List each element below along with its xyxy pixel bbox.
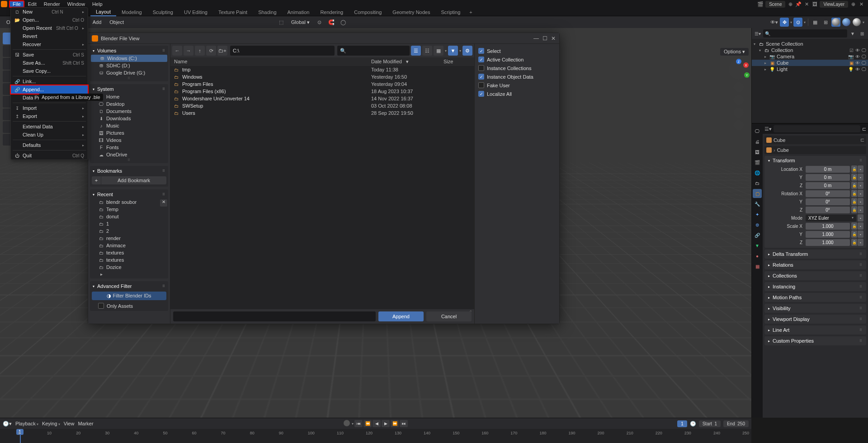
- recent-item[interactable]: 🗀textures: [90, 249, 159, 256]
- shading-solid-icon[interactable]: [831, 18, 840, 27]
- menu-add[interactable]: Add: [90, 19, 104, 26]
- menu-marker[interactable]: Marker: [78, 421, 93, 426]
- clear-recent-icon[interactable]: ✕: [160, 199, 167, 207]
- path-field[interactable]: C:\: [230, 46, 335, 56]
- tab-rendering[interactable]: Rendering: [315, 9, 349, 16]
- view-list-icon[interactable]: ☰: [411, 46, 421, 56]
- file-row[interactable]: 🗀Program FilesYesterday 09:04: [170, 80, 474, 88]
- panel-relations[interactable]: ▸Relations⠿: [764, 260, 866, 269]
- prop-tab-scene[interactable]: 🎬: [753, 158, 762, 167]
- panel-collections[interactable]: ▸Collections⠿: [764, 271, 866, 280]
- orbit-gizmo[interactable]: X Y Z: [729, 60, 749, 80]
- append-button[interactable]: Append: [378, 311, 424, 321]
- tab-compositing[interactable]: Compositing: [349, 9, 387, 16]
- props-search[interactable]: [774, 125, 860, 132]
- file-menu-external-data[interactable]: External Data ▸: [11, 123, 88, 131]
- panel-transform-header[interactable]: ▾Transform⠿: [764, 156, 866, 165]
- outliner-search[interactable]: 🔍: [763, 29, 847, 38]
- rot-mode-dropdown[interactable]: XYZ Euler▾: [806, 215, 856, 222]
- panel-motion-paths[interactable]: ▸Motion Paths⠿: [764, 293, 866, 302]
- file-menu-open-[interactable]: 📂Open... Ctrl O: [11, 16, 88, 24]
- prop-tab-output[interactable]: 🖨: [753, 137, 762, 146]
- system-item[interactable]: 🎞Videos: [90, 137, 168, 144]
- menu-object[interactable]: Object: [107, 19, 127, 26]
- tab-layout[interactable]: Layout: [90, 8, 116, 16]
- menu-keying[interactable]: Keying: [42, 421, 60, 426]
- pivot-icon[interactable]: ⊙: [315, 18, 324, 27]
- loc-y[interactable]: 0 m: [806, 174, 850, 181]
- proportional-icon[interactable]: ◯: [339, 18, 348, 27]
- prop-tab-data[interactable]: ▼: [753, 241, 762, 250]
- hide-icon[interactable]: 👁: [855, 67, 860, 72]
- zoom-icon[interactable]: [734, 82, 744, 92]
- rot-z[interactable]: 0°: [806, 207, 850, 213]
- system-item[interactable]: 🖼Pictures: [90, 129, 168, 137]
- cancel-button[interactable]: Cancel: [426, 311, 472, 321]
- section-system[interactable]: ▾System⠿: [90, 85, 168, 93]
- maximize-icon[interactable]: ☐: [542, 35, 547, 42]
- viewlayer-field[interactable]: ViewLayer: [820, 1, 848, 8]
- keyframe-next-icon[interactable]: ⏩: [391, 420, 399, 427]
- file-menu-export[interactable]: ↥Export ▸: [11, 112, 88, 120]
- gizmo-toggle-icon[interactable]: ✥: [780, 18, 789, 27]
- scene-new-icon[interactable]: ⊕: [787, 1, 793, 7]
- shading-matprev-icon[interactable]: [842, 18, 851, 27]
- file-menu-new[interactable]: 🗋New Ctrl N▸: [11, 8, 88, 16]
- tab-texture-paint[interactable]: Texture Paint: [213, 9, 253, 16]
- new-collection-icon[interactable]: ⊞: [858, 29, 866, 38]
- file-menu-recover[interactable]: Recover ▸: [11, 40, 88, 48]
- scale-y[interactable]: 1.000: [806, 231, 850, 238]
- section-volumes[interactable]: ▾Volumes⠿: [90, 47, 168, 55]
- only-assets-checkbox[interactable]: Only Assets: [90, 302, 168, 310]
- scene-del-icon[interactable]: ✕: [803, 1, 810, 7]
- prop-tab-particles[interactable]: ✦: [753, 210, 762, 219]
- hide-icon[interactable]: 👁: [855, 48, 860, 53]
- file-menu-append-[interactable]: 🔗Append...: [10, 85, 89, 94]
- menu-window[interactable]: Window: [64, 0, 89, 8]
- prop-tab-material[interactable]: ●: [753, 251, 762, 260]
- prop-tab-collection[interactable]: 🗀: [753, 179, 762, 188]
- disable-icon[interactable]: 🖵: [862, 48, 866, 53]
- outliner-item[interactable]: ▸ 💡Light 💡👁🖵: [752, 66, 868, 72]
- system-item[interactable]: ♪Music: [90, 122, 168, 129]
- recent-item[interactable]: 🗀Animace: [90, 242, 159, 249]
- nav-fwd-icon[interactable]: →: [184, 46, 193, 56]
- start-frame[interactable]: Start 1: [699, 420, 721, 427]
- new-folder-icon[interactable]: 🗀+: [217, 46, 227, 56]
- tab-uv-editing[interactable]: UV Editing: [179, 9, 213, 16]
- file-menu-revert[interactable]: Revert: [11, 32, 88, 40]
- nav-back-icon[interactable]: ←: [172, 46, 182, 56]
- panel-visibility[interactable]: ▸Visibility⠿: [764, 304, 866, 313]
- panel-line-art[interactable]: ▸Line Art⠿: [764, 325, 866, 335]
- scale-x[interactable]: 1.000: [806, 223, 850, 230]
- option-fake-user[interactable]: Fake User: [478, 81, 556, 90]
- file-row[interactable]: 🗀tmpToday 11:38: [170, 66, 474, 73]
- file-search[interactable]: 🔍: [337, 46, 410, 56]
- recent-item[interactable]: 🗀blendr soubor: [90, 198, 159, 206]
- menu-playback[interactable]: Playback: [15, 421, 38, 426]
- filter-icon[interactable]: ▼: [849, 29, 857, 38]
- file-list-header[interactable]: Name Date Modified ▾ Size: [170, 57, 474, 66]
- file-row[interactable]: 🗀Wondershare UniConverter 1414 Nov 2022 …: [170, 95, 474, 102]
- props-pin-icon[interactable]: ⊏: [862, 126, 866, 132]
- tab-modeling[interactable]: Modeling: [116, 9, 147, 16]
- orientation-dropdown[interactable]: Global ▾: [288, 19, 312, 26]
- tab-shading[interactable]: Shading: [253, 9, 282, 16]
- viewport-options[interactable]: Options ▾: [720, 48, 749, 56]
- file-menu-save-copy-[interactable]: Save Copy...: [11, 67, 88, 75]
- system-item[interactable]: ☁OneDrive: [90, 151, 168, 158]
- play-rev-icon[interactable]: ◀: [373, 420, 381, 427]
- file-menu-import[interactable]: ↧Import ▸: [11, 104, 88, 112]
- option-localize-all[interactable]: ✓Localize All: [478, 90, 556, 98]
- end-frame[interactable]: End 250: [723, 420, 749, 427]
- disable-icon[interactable]: 🖵: [862, 54, 866, 59]
- prop-tab-world[interactable]: 🌐: [753, 168, 762, 177]
- data-breadcrumb[interactable]: ›Cube: [764, 146, 866, 154]
- file-list[interactable]: 🗀tmpToday 11:38🗀WindowsYesterday 16:50🗀P…: [170, 66, 474, 309]
- minimize-icon[interactable]: —: [533, 35, 539, 42]
- preview-range-icon[interactable]: 🕑: [690, 421, 696, 427]
- pan-icon[interactable]: [734, 95, 744, 105]
- viewlayer-new-icon[interactable]: ⊕: [850, 1, 856, 7]
- prop-tab-object[interactable]: ▢: [753, 189, 762, 198]
- file-menu-open-recent[interactable]: Open Recent Shift Ctrl O▸: [11, 24, 88, 32]
